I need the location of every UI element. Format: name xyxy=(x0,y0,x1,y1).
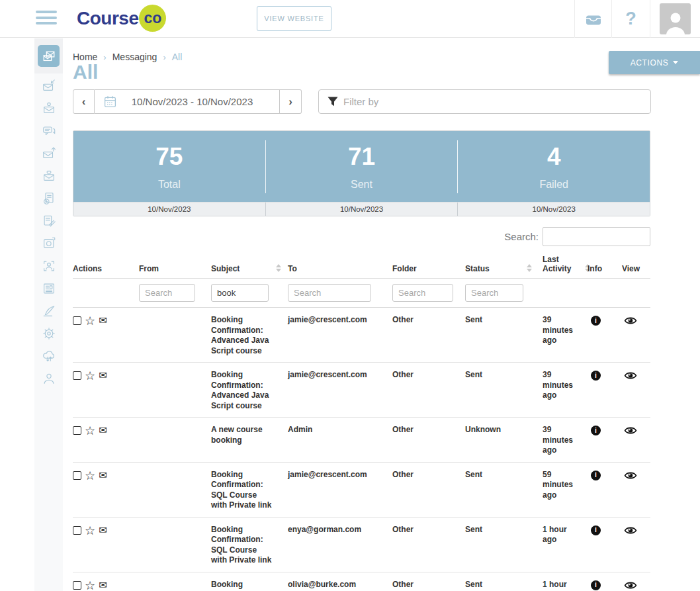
email-sent-icon xyxy=(42,146,56,161)
table-row: ☆ ✉ Booking Confirmation: SQL Course wit… xyxy=(73,518,650,572)
sidebar-item-email-sent[interactable] xyxy=(34,142,63,165)
star-icon[interactable]: ☆ xyxy=(85,526,95,535)
status-filter-input[interactable] xyxy=(465,284,523,302)
date-prev-button[interactable]: ‹ xyxy=(73,89,95,114)
inbox-tray-button[interactable] xyxy=(574,0,611,38)
cell-folder: Other xyxy=(392,370,465,411)
sidebar-item-messaging[interactable] xyxy=(34,38,63,73)
envelope-icon[interactable]: ✉ xyxy=(99,371,107,380)
cell-folder: Other xyxy=(392,315,465,356)
date-range-display[interactable]: 10/Nov/2023 - 10/Nov/2023 xyxy=(95,89,280,114)
column-header-from: From xyxy=(139,264,211,273)
info-icon[interactable]: i xyxy=(591,426,601,435)
cell-to: olivia@burke.com xyxy=(288,580,392,591)
row-checkbox[interactable] xyxy=(73,371,81,380)
row-checkbox[interactable] xyxy=(73,471,81,480)
info-icon[interactable]: i xyxy=(591,525,601,535)
avatar-person-icon xyxy=(662,8,689,34)
search-input[interactable] xyxy=(543,227,650,246)
to-filter-input[interactable] xyxy=(288,284,371,302)
info-icon[interactable]: i xyxy=(591,580,601,590)
user-capture-icon xyxy=(42,259,56,273)
sidebar-item-signature[interactable] xyxy=(34,300,63,322)
breadcrumb-messaging[interactable]: Messaging xyxy=(112,52,157,62)
messaging-icon xyxy=(38,45,60,67)
cell-last-activity: 39 minutes ago xyxy=(543,425,588,456)
date-next-button[interactable]: › xyxy=(280,89,302,114)
envelope-icon[interactable]: ✉ xyxy=(99,426,107,435)
row-checkbox[interactable] xyxy=(73,526,81,535)
from-filter-input[interactable] xyxy=(139,284,195,302)
view-website-button[interactable]: VIEW WEBSITE xyxy=(257,6,331,31)
row-checkbox[interactable] xyxy=(73,316,81,325)
star-icon[interactable]: ☆ xyxy=(85,471,95,480)
top-bar: Course co VIEW WEBSITE ? xyxy=(0,0,700,38)
sort-icon[interactable] xyxy=(276,264,281,272)
sidebar-item-document-clock[interactable] xyxy=(34,187,63,210)
envelope-icon[interactable]: ✉ xyxy=(99,526,107,535)
profile-icon xyxy=(42,371,56,386)
document-clock-icon xyxy=(42,191,56,206)
sidebar-item-document-edit[interactable] xyxy=(34,210,63,232)
column-header-status[interactable]: Status xyxy=(465,264,543,273)
sidebar-item-user-capture[interactable] xyxy=(34,255,63,277)
column-header-subject[interactable]: Subject xyxy=(211,264,288,273)
cell-status: Sent xyxy=(465,470,543,511)
envelope-icon[interactable]: ✉ xyxy=(99,316,107,325)
view-eye-icon[interactable] xyxy=(624,525,637,535)
envelope-icon[interactable]: ✉ xyxy=(99,581,107,590)
help-button[interactable]: ? xyxy=(611,0,650,38)
cell-last-activity: 59 minutes ago xyxy=(543,470,588,511)
column-header-status-label: Status xyxy=(465,264,490,273)
view-eye-icon[interactable] xyxy=(624,580,637,590)
logo-text: Course xyxy=(77,8,138,29)
column-header-view: View xyxy=(622,264,650,273)
subject-filter-input[interactable] xyxy=(211,284,269,302)
filter-by-input[interactable] xyxy=(343,92,650,112)
table-row: ☆ ✉ Booking Confirmation: SQL Course wit… xyxy=(73,463,650,518)
info-icon[interactable]: i xyxy=(591,371,601,381)
view-eye-icon[interactable] xyxy=(624,471,637,480)
cell-subject: Booking Confirmation: SQL Course with Pr… xyxy=(211,525,288,566)
cell-status: Unknown xyxy=(465,425,543,456)
view-eye-icon[interactable] xyxy=(624,371,637,381)
sidebar-item-stamp[interactable] xyxy=(34,232,63,255)
info-icon[interactable]: i xyxy=(591,471,601,480)
sidebar-item-profile[interactable] xyxy=(34,367,63,390)
sidebar-item-cloud-transfer[interactable] xyxy=(34,345,63,367)
sidebar-item-settings[interactable] xyxy=(34,322,63,345)
row-checkbox[interactable] xyxy=(73,426,81,435)
email-favourite-icon xyxy=(42,169,56,183)
star-icon[interactable]: ☆ xyxy=(85,371,95,380)
info-icon[interactable]: i xyxy=(591,316,601,326)
app-logo[interactable]: Course co xyxy=(77,5,166,32)
star-icon[interactable]: ☆ xyxy=(85,426,95,435)
cell-folder: Other xyxy=(392,525,465,566)
actions-button[interactable]: ACTIONS xyxy=(609,51,700,74)
star-icon[interactable]: ☆ xyxy=(85,581,95,590)
view-eye-icon[interactable] xyxy=(624,426,637,435)
cell-last-activity: 1 hour ago xyxy=(543,580,588,591)
folder-filter-input[interactable] xyxy=(392,284,453,302)
logo-disc: co xyxy=(139,5,166,32)
hamburger-menu-icon[interactable] xyxy=(36,11,57,27)
sidebar-item-chat[interactable] xyxy=(34,120,63,142)
cell-to: enya@gorman.com xyxy=(288,525,392,566)
icon-sidebar xyxy=(34,38,63,591)
email-contact-icon xyxy=(42,101,56,116)
sidebar-item-email-received[interactable] xyxy=(34,75,63,97)
cell-status: Sent xyxy=(465,315,543,356)
sidebar-item-newspaper[interactable] xyxy=(34,277,63,300)
sidebar-item-email-favourite[interactable] xyxy=(34,165,63,187)
profile-menu[interactable] xyxy=(650,0,700,38)
cell-from xyxy=(139,525,211,566)
sort-icon[interactable] xyxy=(527,264,532,272)
view-eye-icon[interactable] xyxy=(624,316,637,326)
sidebar-item-email-contact[interactable] xyxy=(34,97,63,120)
column-header-last-activity[interactable]: Last Activity xyxy=(543,255,588,273)
table-header-row: Actions From Subject To Folder Status La… xyxy=(73,254,650,279)
star-icon[interactable]: ☆ xyxy=(85,316,95,325)
envelope-icon[interactable]: ✉ xyxy=(99,471,107,480)
stat-failed-value: 4 xyxy=(547,144,561,169)
row-checkbox[interactable] xyxy=(73,581,81,590)
